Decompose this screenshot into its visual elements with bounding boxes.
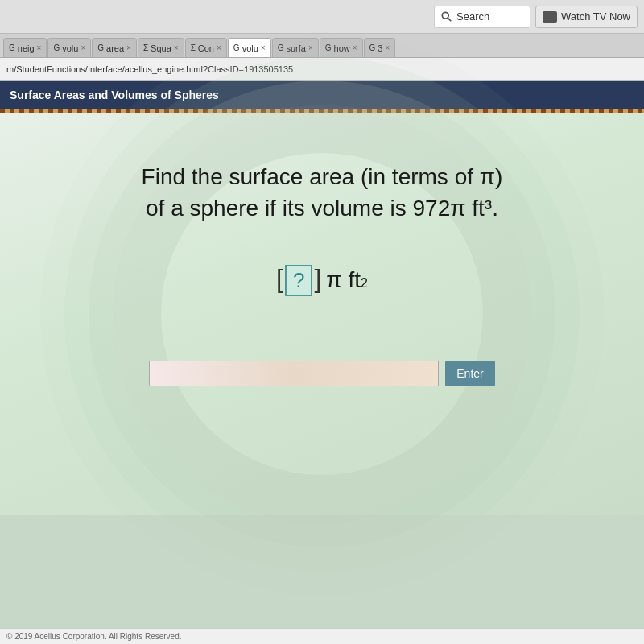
tab-icon: G bbox=[278, 43, 284, 52]
watch-tv-button[interactable]: Watch TV Now bbox=[535, 6, 638, 28]
tab-surfa[interactable]: G surfa × bbox=[272, 38, 319, 57]
tv-icon bbox=[543, 11, 557, 23]
watch-tv-label: Watch TV Now bbox=[561, 10, 630, 23]
tab-area[interactable]: G area × bbox=[92, 38, 137, 57]
tab-icon: Σ bbox=[143, 43, 148, 52]
tab-close-icon[interactable]: × bbox=[126, 43, 131, 52]
tab-label: how bbox=[334, 43, 350, 53]
tab-volu1[interactable]: G volu × bbox=[47, 38, 91, 57]
input-area: Enter bbox=[149, 361, 494, 386]
svg-line-1 bbox=[448, 18, 451, 21]
tab-label: neig bbox=[18, 43, 35, 53]
tab-squa[interactable]: Σ Squa × bbox=[138, 38, 184, 57]
enter-button[interactable]: Enter bbox=[445, 361, 494, 386]
tab-label: volu bbox=[242, 43, 258, 53]
tab-close-icon[interactable]: × bbox=[385, 43, 390, 52]
exponent-2: 2 bbox=[361, 276, 368, 291]
tab-how[interactable]: G how × bbox=[320, 38, 363, 57]
tab-close-icon[interactable]: × bbox=[308, 43, 313, 52]
tab-icon: G bbox=[53, 43, 60, 52]
tab-icon: G bbox=[233, 43, 240, 52]
pi-symbol: π ft bbox=[326, 267, 361, 293]
tab-icon: G bbox=[97, 43, 104, 52]
footer: © 2019 Acellus Corporation. All Rights R… bbox=[0, 628, 644, 644]
content-area: Find the surface area (in terms of π) of… bbox=[0, 113, 644, 515]
tab-label: surfa bbox=[286, 43, 305, 53]
question-line1: Find the surface area (in terms of π) bbox=[142, 164, 503, 189]
search-label: Search bbox=[456, 10, 489, 23]
tab-label: Squa bbox=[151, 43, 171, 53]
bracket-open: [ bbox=[276, 264, 283, 294]
answer-display: [ ? ] π ft2 bbox=[276, 264, 368, 296]
tab-volu2[interactable]: G volu × bbox=[228, 38, 271, 57]
browser-top-bar: Search Watch TV Now bbox=[0, 0, 644, 34]
search-icon bbox=[441, 11, 452, 23]
tab-close-icon[interactable]: × bbox=[353, 43, 357, 52]
question-text: Find the surface area (in terms of π) of… bbox=[142, 161, 503, 224]
tabs-bar: G neig × G volu × G area × Σ Squa × Σ Co… bbox=[0, 34, 644, 58]
tab-3[interactable]: G 3 × bbox=[364, 38, 396, 57]
svg-point-0 bbox=[442, 12, 448, 19]
address-bar: m/StudentFunctions/Interface/acellus_eng… bbox=[0, 58, 644, 80]
tab-icon: Σ bbox=[191, 43, 196, 52]
tab-close-icon[interactable]: × bbox=[80, 43, 85, 52]
answer-placeholder-box: ? bbox=[285, 265, 312, 296]
tab-close-icon[interactable]: × bbox=[261, 43, 266, 52]
tab-icon: G bbox=[369, 43, 376, 52]
question-line2: of a sphere if its volume is 972π ft³. bbox=[146, 196, 498, 221]
address-text: m/StudentFunctions/Interface/acellus_eng… bbox=[6, 64, 293, 74]
tab-con[interactable]: Σ Con × bbox=[185, 38, 227, 57]
bracket-close: ] bbox=[314, 264, 321, 294]
tab-close-icon[interactable]: × bbox=[174, 43, 179, 52]
tab-neig[interactable]: G neig × bbox=[3, 38, 47, 57]
page-header: Surface Areas and Volumes of Spheres bbox=[0, 80, 644, 109]
tab-label: area bbox=[106, 43, 124, 53]
tab-label: volu bbox=[62, 43, 78, 53]
tab-icon: G bbox=[325, 43, 332, 52]
page-title: Surface Areas and Volumes of Spheres bbox=[10, 89, 219, 101]
tab-close-icon[interactable]: × bbox=[217, 43, 221, 52]
search-box[interactable]: Search bbox=[434, 6, 530, 28]
answer-input[interactable] bbox=[149, 361, 439, 386]
copyright-text: © 2019 Acellus Corporation. All Rights R… bbox=[6, 632, 181, 641]
tab-close-icon[interactable]: × bbox=[37, 43, 42, 52]
tab-label: Con bbox=[198, 43, 214, 53]
tab-label: 3 bbox=[378, 43, 382, 53]
tab-icon: G bbox=[9, 43, 15, 52]
